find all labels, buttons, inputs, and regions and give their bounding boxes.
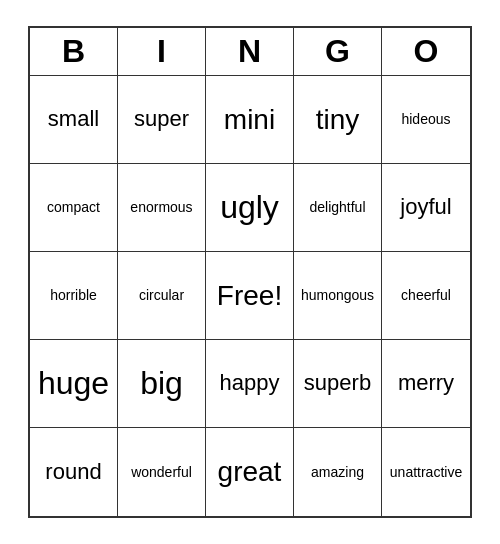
cell-label: humongous <box>301 287 374 304</box>
bingo-cell[interactable]: superb <box>294 340 382 428</box>
bingo-cell[interactable]: horrible <box>30 252 118 340</box>
header-letter: O <box>382 28 470 76</box>
cell-label: enormous <box>130 199 192 216</box>
cell-label: merry <box>398 370 454 396</box>
cell-label: compact <box>47 199 100 216</box>
cell-label: horrible <box>50 287 97 304</box>
bingo-cell[interactable]: Free! <box>206 252 294 340</box>
bingo-cell[interactable]: tiny <box>294 76 382 164</box>
bingo-card: BINGO smallsuperminitinyhideouscompacten… <box>28 26 472 518</box>
bingo-cell[interactable]: unattractive <box>382 428 470 516</box>
cell-label: huge <box>38 364 109 402</box>
header-letter: G <box>294 28 382 76</box>
bingo-cell[interactable]: amazing <box>294 428 382 516</box>
bingo-header: BINGO <box>30 28 470 76</box>
cell-label: circular <box>139 287 184 304</box>
cell-label: superb <box>304 370 371 396</box>
cell-label: happy <box>220 370 280 396</box>
cell-label: round <box>45 459 101 485</box>
bingo-cell[interactable]: big <box>118 340 206 428</box>
cell-label: mini <box>224 103 275 137</box>
bingo-cell[interactable]: cheerful <box>382 252 470 340</box>
bingo-cell[interactable]: wonderful <box>118 428 206 516</box>
bingo-cell[interactable]: small <box>30 76 118 164</box>
bingo-cell[interactable]: mini <box>206 76 294 164</box>
header-letter: N <box>206 28 294 76</box>
bingo-cell[interactable]: compact <box>30 164 118 252</box>
cell-label: wonderful <box>131 464 192 481</box>
bingo-cell[interactable]: enormous <box>118 164 206 252</box>
cell-label: unattractive <box>390 464 462 481</box>
cell-label: small <box>48 106 99 132</box>
cell-label: ugly <box>220 188 279 226</box>
cell-label: delightful <box>309 199 365 216</box>
bingo-cell[interactable]: round <box>30 428 118 516</box>
bingo-cell[interactable]: humongous <box>294 252 382 340</box>
cell-label: joyful <box>400 194 451 220</box>
bingo-cell[interactable]: ugly <box>206 164 294 252</box>
cell-label: great <box>218 455 282 489</box>
bingo-cell[interactable]: hideous <box>382 76 470 164</box>
bingo-cell[interactable]: great <box>206 428 294 516</box>
bingo-cell[interactable]: happy <box>206 340 294 428</box>
cell-label: amazing <box>311 464 364 481</box>
bingo-cell[interactable]: huge <box>30 340 118 428</box>
bingo-cell[interactable]: merry <box>382 340 470 428</box>
cell-label: Free! <box>217 279 282 313</box>
bingo-grid: smallsuperminitinyhideouscompactenormous… <box>30 76 470 516</box>
header-letter: I <box>118 28 206 76</box>
cell-label: super <box>134 106 189 132</box>
cell-label: big <box>140 364 183 402</box>
bingo-cell[interactable]: circular <box>118 252 206 340</box>
cell-label: hideous <box>401 111 450 128</box>
bingo-cell[interactable]: super <box>118 76 206 164</box>
header-letter: B <box>30 28 118 76</box>
bingo-cell[interactable]: delightful <box>294 164 382 252</box>
bingo-cell[interactable]: joyful <box>382 164 470 252</box>
cell-label: cheerful <box>401 287 451 304</box>
cell-label: tiny <box>316 103 360 137</box>
